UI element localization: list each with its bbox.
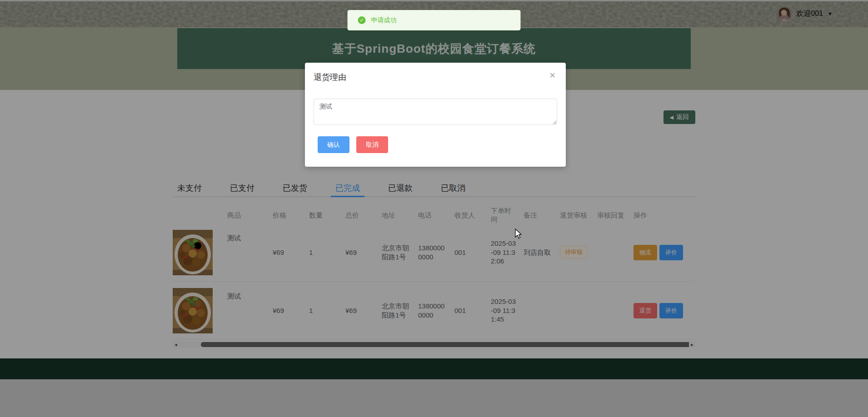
success-toast: ✓ 申请成功 <box>348 10 521 30</box>
return-reason-textarea[interactable]: 测试 <box>314 99 557 125</box>
cancel-button[interactable]: 取消 <box>356 136 388 153</box>
return-reason-dialog: 退货理由 × 测试 确认 取消 <box>305 63 566 167</box>
success-check-icon: ✓ <box>358 16 366 24</box>
dialog-title: 退货理由 <box>314 72 346 83</box>
close-icon[interactable]: × <box>549 72 555 79</box>
app-window: 欢迎001 ▼ 基于SpringBoot的校园食堂订餐系统 ◀ 返回 未支付 已… <box>0 0 868 417</box>
confirm-button[interactable]: 确认 <box>318 136 349 153</box>
toast-message: 申请成功 <box>371 16 397 25</box>
